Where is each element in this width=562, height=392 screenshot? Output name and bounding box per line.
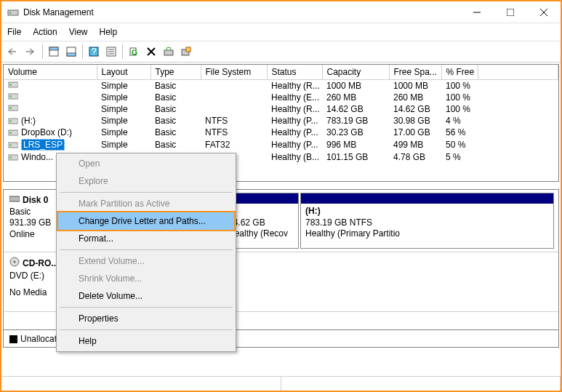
ctx-extend[interactable]: Extend Volume... xyxy=(58,252,234,270)
volume-row[interactable]: (H:)SimpleBasicNTFSHealthy (P...783.19 G… xyxy=(4,115,558,127)
volume-row[interactable]: DropBox (D:)SimpleBasicNTFSHealthy (P...… xyxy=(4,127,558,138)
column-header[interactable]: % Free xyxy=(441,65,478,80)
svg-rect-23 xyxy=(9,84,12,86)
svg-rect-33 xyxy=(9,144,12,146)
svg-rect-31 xyxy=(9,132,12,134)
svg-rect-35 xyxy=(9,156,12,159)
menu-file[interactable]: File xyxy=(7,27,21,37)
svg-rect-36 xyxy=(9,196,20,201)
window-title: Disk Management xyxy=(23,7,460,17)
svg-rect-29 xyxy=(9,120,12,122)
drive-icon xyxy=(8,117,18,125)
settings-list-button[interactable] xyxy=(103,44,119,60)
drive-icon xyxy=(8,104,18,112)
svg-point-38 xyxy=(14,261,16,263)
ctx-format[interactable]: Format... xyxy=(58,230,234,247)
column-header[interactable]: Volume xyxy=(4,65,97,80)
rescan-icon[interactable] xyxy=(161,44,177,60)
svg-rect-9 xyxy=(67,53,76,56)
ctx-shrink[interactable]: Shrink Volume... xyxy=(58,270,234,287)
statusbar xyxy=(1,376,561,391)
volume-name: (H:) xyxy=(21,116,36,126)
drive-icon xyxy=(8,153,18,161)
ctx-change-drive-letter[interactable]: Change Drive Letter and Paths... xyxy=(57,211,236,231)
volume-row[interactable]: SimpleBasicHealthy (R...14.62 GB14.62 GB… xyxy=(4,103,558,115)
svg-rect-19 xyxy=(164,50,173,55)
menu-view[interactable]: View xyxy=(69,27,88,37)
drive-icon xyxy=(8,141,18,149)
volume-name: DropBox (D:) xyxy=(21,127,72,137)
close-button[interactable] xyxy=(527,1,561,23)
svg-rect-1 xyxy=(9,12,11,14)
volume-name: LRS_ESP xyxy=(21,139,65,151)
menubar: File Action View Help xyxy=(1,23,561,41)
ctx-explore[interactable]: Explore xyxy=(58,172,234,190)
volume-row[interactable]: LRS_ESPSimpleBasicFAT32Healthy (P...996 … xyxy=(4,138,558,151)
volume-row[interactable]: SimpleBasicHealthy (E...260 MB260 MB100 … xyxy=(4,92,558,103)
refresh-button[interactable] xyxy=(126,44,142,60)
partition-h[interactable]: (H:)783.19 GB NTFSHealthy (Primary Parti… xyxy=(300,193,554,249)
help-button[interactable]: ? xyxy=(86,44,102,60)
forward-button[interactable] xyxy=(23,44,39,60)
svg-rect-25 xyxy=(9,95,12,97)
ctx-properties[interactable]: Properties xyxy=(58,310,234,327)
titlebar: Disk Management xyxy=(1,1,561,23)
disk-icon xyxy=(9,194,20,207)
drive-icon xyxy=(8,129,18,137)
ctx-open[interactable]: Open xyxy=(58,155,234,172)
svg-rect-27 xyxy=(9,107,12,109)
menu-help[interactable]: Help xyxy=(100,27,118,37)
volume-row[interactable]: SimpleBasicHealthy (R...1000 MB1000 MB10… xyxy=(4,80,558,92)
volume-name: Windo... xyxy=(21,152,53,162)
ctx-delete[interactable]: Delete Volume... xyxy=(58,287,234,305)
view-top-button[interactable] xyxy=(46,44,62,60)
back-button[interactable] xyxy=(6,44,22,60)
column-header[interactable]: Status xyxy=(267,65,322,80)
context-menu: Open Explore Mark Partition as Active Ch… xyxy=(56,153,236,352)
column-header[interactable]: File System xyxy=(201,65,267,80)
app-icon xyxy=(7,7,19,18)
svg-rect-7 xyxy=(49,47,58,50)
menu-action[interactable]: Action xyxy=(33,27,57,37)
column-header[interactable]: Capacity xyxy=(322,65,389,80)
ctx-mark-active[interactable]: Mark Partition as Active xyxy=(58,195,234,212)
minimize-button[interactable] xyxy=(460,1,494,23)
svg-text:?: ? xyxy=(92,47,97,57)
column-header[interactable]: Type xyxy=(150,65,201,80)
view-bottom-button[interactable] xyxy=(63,44,79,60)
unallocated-swatch xyxy=(9,335,17,343)
column-header[interactable]: Free Spa... xyxy=(389,65,441,80)
action-icon[interactable] xyxy=(178,44,194,60)
delete-icon[interactable] xyxy=(143,44,159,60)
drive-icon xyxy=(8,92,18,100)
drive-icon xyxy=(8,81,18,89)
ctx-help[interactable]: Help xyxy=(58,332,234,350)
svg-rect-21 xyxy=(186,47,190,52)
cdrom-icon xyxy=(9,257,20,271)
svg-rect-3 xyxy=(507,9,514,16)
toolbar: ? xyxy=(1,41,561,63)
column-header[interactable]: Layout xyxy=(97,65,150,80)
maximize-button[interactable] xyxy=(494,1,527,23)
